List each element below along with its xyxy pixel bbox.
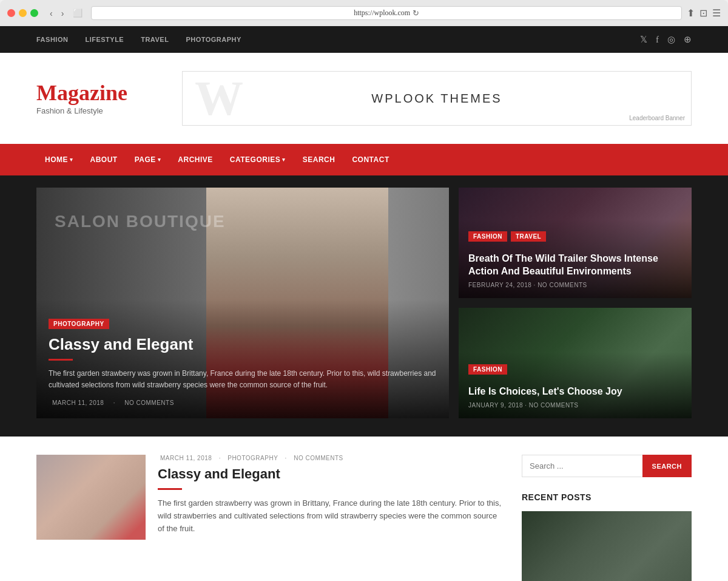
side-card-1-meta: FEBRUARY 24, 2018 · NO COMMENTS	[468, 282, 682, 288]
nav-search-label: SEARCH	[303, 155, 335, 164]
side-card-2-badges: FASHION	[468, 364, 682, 381]
side-badge-travel[interactable]: TRAVEL	[511, 231, 546, 242]
nav-contact-label: CONTACT	[352, 155, 389, 164]
browser-dots	[7, 9, 38, 17]
banner-label: Leaderboard Banner	[629, 115, 685, 121]
side-article-1[interactable]: FASHION TRAVEL Breath Of The Wild Traile…	[459, 188, 692, 298]
topnav-photography[interactable]: PHOTOGRAPHY	[186, 36, 241, 43]
article-excerpt: The first garden strawberry was grown in…	[158, 497, 504, 535]
nav-search[interactable]: SEARCH	[294, 144, 344, 175]
side-card-2-title: Life Is Choices, Let's Choose Joy	[468, 386, 682, 398]
side-card-1-badges: FASHION TRAVEL	[468, 231, 682, 248]
maximize-dot[interactable]	[30, 9, 38, 17]
browser-toolbar: ‹ › ⬜ https://wplook.com ↻ ⬆ ⊡ ☰	[0, 6, 728, 26]
nav-page[interactable]: PAGE ▾	[126, 144, 170, 175]
article-date: MARCH 11, 2018	[160, 455, 212, 461]
hero-main-meta: MARCH 11, 2018 · NO COMMENTS	[49, 399, 437, 406]
site-title[interactable]: Magazine	[36, 82, 158, 104]
side-card-1-comments: NO COMMENTS	[538, 282, 587, 288]
sidebar-icon[interactable]: ☰	[712, 7, 721, 19]
hero-main-comments: NO COMMENTS	[124, 399, 174, 406]
browser-nav: ‹ › ⬜	[47, 7, 86, 19]
hero-main-title: Classy and Elegant	[49, 335, 437, 354]
browser-actions: ⬆ ⊡ ☰	[687, 7, 721, 19]
sidebar: SEARCH Recent Posts	[522, 455, 692, 581]
nav-categories-label: CATEGORIES	[230, 155, 280, 164]
nav-home-arrow: ▾	[70, 157, 73, 163]
hero-main-date: MARCH 11, 2018	[52, 399, 104, 406]
side-card-1-overlay: FASHION TRAVEL Breath Of The Wild Traile…	[459, 219, 692, 298]
banner-bg-logo: W	[195, 71, 243, 126]
search-box: SEARCH	[522, 455, 692, 477]
tab-button[interactable]: ⬜	[69, 7, 86, 19]
nav-page-label: PAGE	[135, 155, 156, 164]
url-text: https://wplook.com	[354, 8, 410, 18]
nav-home-label: HOME	[45, 155, 68, 164]
logo-area: Magazine Fashion & Lifestyle	[36, 82, 158, 115]
close-dot[interactable]	[7, 9, 15, 17]
side-card-1-title: Breath Of The Wild Trailer Shows Intense…	[468, 253, 682, 278]
article-category[interactable]: PHOTOGRAPHY	[228, 455, 278, 461]
hero-main-article[interactable]: SALON BOUTIQUE PHOTOGRAPHY Classy and El…	[36, 188, 449, 418]
nav-home[interactable]: HOME ▾	[36, 144, 82, 175]
new-window-icon[interactable]: ⊡	[699, 7, 707, 19]
hero-category-badge[interactable]: PHOTOGRAPHY	[49, 319, 109, 329]
forward-button[interactable]: ›	[58, 7, 67, 19]
hero-bg-decoration: SALON BOUTIQUE	[55, 212, 226, 231]
reload-button[interactable]: ↻	[413, 8, 419, 18]
side-card-2-overlay: FASHION Life Is Choices, Let's Choose Jo…	[459, 352, 692, 418]
nav-about[interactable]: ABOUT	[82, 144, 126, 175]
nav-categories[interactable]: CATEGORIES ▾	[221, 144, 294, 175]
twitter-icon[interactable]: 𝕏	[640, 34, 647, 45]
back-button[interactable]: ‹	[47, 7, 56, 19]
article-meta-dot2: ·	[285, 455, 287, 461]
browser-content: FASHION LIFESTYLE TRAVEL PHOTOGRAPHY 𝕏 f…	[0, 26, 728, 581]
side-card-2-meta: JANUARY 9, 2018 · NO COMMENTS	[468, 402, 682, 409]
recent-post-thumbnail[interactable]	[522, 511, 692, 581]
address-bar[interactable]: https://wplook.com ↻	[91, 6, 682, 20]
nav-archive[interactable]: ARCHIVE	[169, 144, 221, 175]
article-title-divider	[158, 488, 182, 490]
browser-window: ‹ › ⬜ https://wplook.com ↻ ⬆ ⊡ ☰ FASHION…	[0, 0, 728, 581]
top-navigation: FASHION LIFESTYLE TRAVEL PHOTOGRAPHY	[36, 36, 241, 43]
content-section: MARCH 11, 2018 · PHOTOGRAPHY · NO COMMEN…	[0, 437, 728, 581]
hero-title-divider	[49, 359, 73, 361]
article-comments: NO COMMENTS	[294, 455, 343, 461]
top-bar: FASHION LIFESTYLE TRAVEL PHOTOGRAPHY 𝕏 f…	[0, 26, 728, 53]
nav-about-label: ABOUT	[90, 155, 118, 164]
side-card-2-comments: NO COMMENTS	[529, 402, 579, 409]
hero-meta-dot: ·	[113, 399, 115, 406]
article-card: MARCH 11, 2018 · PHOTOGRAPHY · NO COMMEN…	[36, 455, 504, 540]
side-badge-fashion-2[interactable]: FASHION	[468, 364, 507, 375]
nav-archive-label: ARCHIVE	[178, 155, 213, 164]
search-button[interactable]: SEARCH	[642, 455, 692, 477]
topnav-fashion[interactable]: FASHION	[36, 36, 68, 43]
side-article-2[interactable]: FASHION Life Is Choices, Let's Choose Jo…	[459, 308, 692, 418]
hero-main-excerpt: The first garden strawberry was grown in…	[49, 368, 437, 391]
leaderboard-banner[interactable]: W WPLOOK THEMES Leaderboard Banner	[182, 71, 692, 126]
hero-section: SALON BOUTIQUE PHOTOGRAPHY Classy and El…	[0, 175, 728, 437]
article-meta: MARCH 11, 2018 · PHOTOGRAPHY · NO COMMEN…	[158, 455, 504, 461]
article-title[interactable]: Classy and Elegant	[158, 466, 504, 482]
topnav-lifestyle[interactable]: LIFESTYLE	[85, 36, 124, 43]
main-navigation: HOME ▾ ABOUT PAGE ▾ ARCHIVE CATEGORIES ▾…	[0, 144, 728, 175]
nav-page-arrow: ▾	[158, 157, 161, 163]
nav-contact[interactable]: CONTACT	[343, 144, 397, 175]
site-subtitle: Fashion & Lifestyle	[36, 106, 158, 115]
social-icons: 𝕏 f ◎ ⊕	[640, 34, 692, 45]
minimize-dot[interactable]	[19, 9, 27, 17]
facebook-icon[interactable]: f	[656, 35, 659, 45]
hero-side-articles: FASHION TRAVEL Breath Of The Wild Traile…	[459, 188, 692, 418]
instagram-icon[interactable]: ◎	[667, 34, 675, 45]
site-header: Magazine Fashion & Lifestyle W WPLOOK TH…	[0, 53, 728, 144]
nav-categories-arrow: ▾	[282, 157, 286, 163]
side-card-2-date: JANUARY 9, 2018	[468, 402, 523, 409]
recent-posts-title: Recent Posts	[522, 492, 692, 502]
article-info: MARCH 11, 2018 · PHOTOGRAPHY · NO COMMEN…	[158, 455, 504, 540]
share-icon[interactable]: ⬆	[687, 7, 695, 19]
dribbble-icon[interactable]: ⊕	[684, 34, 692, 45]
article-thumbnail[interactable]	[36, 455, 146, 540]
search-input[interactable]	[522, 455, 642, 477]
side-badge-fashion[interactable]: FASHION	[468, 231, 507, 242]
topnav-travel[interactable]: TRAVEL	[141, 36, 169, 43]
